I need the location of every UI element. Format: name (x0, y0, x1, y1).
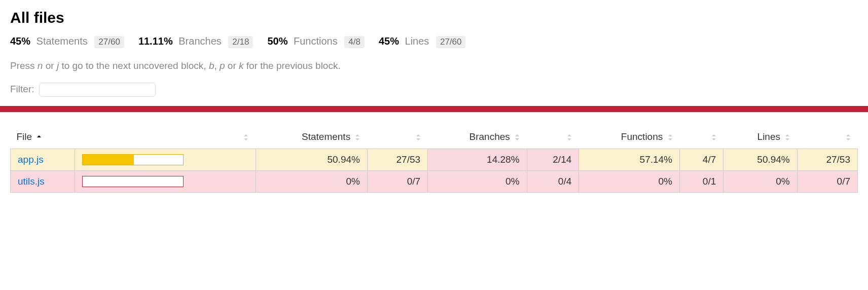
svg-marker-4 (355, 138, 359, 140)
sort-asc-icon (37, 135, 43, 140)
svg-marker-17 (846, 134, 850, 136)
metric-badge: 2/18 (228, 36, 253, 48)
metric-pct: 11.11% (138, 35, 173, 47)
svg-marker-8 (515, 138, 519, 140)
svg-marker-7 (515, 134, 519, 136)
col-branches[interactable]: Branches (428, 126, 527, 149)
metric-badge: 27/60 (436, 36, 466, 48)
col-functions[interactable]: Functions (579, 126, 680, 149)
metric-branches: 11.11% Branches 2/18 (138, 35, 254, 48)
sort-icon (515, 134, 521, 140)
cell-line-ratio: 0/7 (797, 171, 857, 193)
metric-functions: 50% Functions 4/8 (267, 35, 365, 48)
sort-icon (711, 134, 717, 140)
coverage-table: File Statements (10, 126, 858, 193)
cell-branch-pct: 14.28% (428, 149, 527, 171)
summary-row: 45% Statements 27/60 11.11% Branches 2/1… (10, 35, 858, 48)
metric-pct: 45% (379, 35, 399, 47)
col-lines-ratio[interactable] (797, 126, 857, 149)
col-lines[interactable]: Lines (724, 126, 797, 149)
cell-stmt-ratio: 0/7 (367, 171, 427, 193)
table-row: app.js50.94%27/5314.28%2/1457.14%4/750.9… (11, 149, 858, 171)
filter-input[interactable] (39, 83, 156, 97)
cell-func-pct: 57.14% (579, 149, 680, 171)
metric-label: Lines (405, 35, 429, 47)
svg-marker-13 (712, 134, 716, 136)
metric-statements: 45% Statements 27/60 (10, 35, 124, 48)
col-statements[interactable]: Statements (256, 126, 367, 149)
svg-marker-14 (712, 138, 716, 140)
sort-icon (416, 134, 422, 140)
cell-file: app.js (11, 149, 75, 171)
svg-marker-2 (244, 138, 248, 140)
sort-icon (567, 134, 573, 140)
col-file[interactable]: File (11, 126, 75, 149)
filter-label: Filter: (10, 84, 34, 94)
metric-pct: 50% (267, 35, 287, 47)
svg-marker-15 (785, 134, 789, 136)
coverage-bar-fill (83, 155, 134, 165)
coverage-bar (82, 154, 184, 165)
svg-marker-10 (567, 138, 571, 140)
sort-icon (355, 134, 361, 140)
keyboard-hint: Press n or j to go to the next uncovered… (10, 60, 858, 71)
sort-icon (243, 134, 249, 140)
sort-icon (785, 134, 791, 140)
metric-badge: 27/60 (94, 36, 124, 48)
cell-file: utils.js (11, 171, 75, 193)
metric-lines: 45% Lines 27/60 (379, 35, 466, 48)
metric-label: Branches (178, 35, 222, 47)
svg-marker-18 (846, 138, 850, 140)
metric-badge: 4/8 (344, 36, 365, 48)
page-title: All files (10, 9, 858, 26)
svg-marker-5 (416, 134, 420, 136)
svg-marker-1 (244, 134, 248, 136)
svg-marker-16 (785, 138, 789, 140)
svg-marker-9 (567, 134, 571, 136)
coverage-bar (82, 176, 184, 187)
cell-branch-pct: 0% (428, 171, 527, 193)
sort-icon (846, 134, 852, 140)
svg-marker-11 (668, 134, 672, 136)
svg-marker-0 (37, 135, 41, 137)
cell-line-pct: 50.94% (724, 149, 797, 171)
sort-icon (668, 134, 674, 140)
cell-bar (75, 149, 256, 171)
cell-line-pct: 0% (724, 171, 797, 193)
metric-pct: 45% (10, 35, 30, 47)
col-statements-ratio[interactable] (367, 126, 427, 149)
cell-stmt-pct: 50.94% (256, 149, 367, 171)
cell-stmt-pct: 0% (256, 171, 367, 193)
filter-row: Filter: (10, 83, 858, 97)
cell-func-ratio: 0/1 (680, 171, 724, 193)
metric-label: Functions (294, 35, 338, 47)
cell-line-ratio: 27/53 (797, 149, 857, 171)
file-link[interactable]: utils.js (18, 176, 45, 187)
file-link[interactable]: app.js (18, 154, 44, 165)
svg-marker-3 (355, 134, 359, 136)
svg-marker-12 (668, 138, 672, 140)
status-line (0, 106, 868, 112)
cell-stmt-ratio: 27/53 (367, 149, 427, 171)
cell-branch-ratio: 2/14 (527, 149, 579, 171)
cell-func-pct: 0% (579, 171, 680, 193)
col-functions-ratio[interactable] (680, 126, 724, 149)
cell-branch-ratio: 0/4 (527, 171, 579, 193)
cell-func-ratio: 4/7 (680, 149, 724, 171)
cell-bar (75, 171, 256, 193)
svg-marker-6 (416, 138, 420, 140)
col-bar[interactable] (75, 126, 256, 149)
col-branches-ratio[interactable] (527, 126, 579, 149)
table-row: utils.js0%0/70%0/40%0/10%0/7 (11, 171, 858, 193)
metric-label: Statements (37, 35, 88, 47)
